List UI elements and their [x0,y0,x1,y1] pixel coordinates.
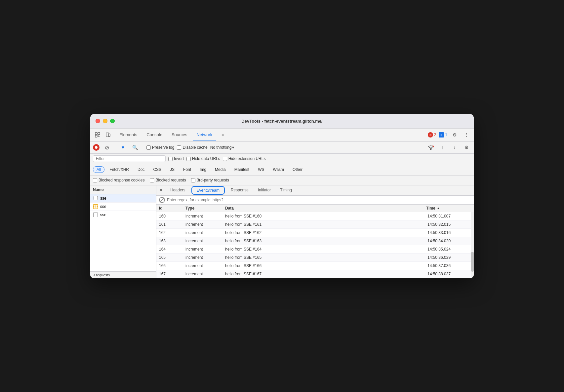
preserve-log-checkbox[interactable] [146,145,151,150]
toolbar-tabs: Elements Console Sources Network » [115,130,428,140]
tab-timing[interactable]: Timing [275,186,297,195]
table-row[interactable]: 163 increment hello from SSE #163 14:50:… [156,237,471,245]
checkbox-icon [93,196,98,201]
cell-time: 14:50:36.029 [425,255,471,260]
type-img[interactable]: Img [196,166,210,173]
third-party-checkbox[interactable] [191,178,195,182]
hide-data-urls-label[interactable]: Hide data URLs [186,156,220,161]
devtools-body: Elements Console Sources Network » ✕ 2 ≡… [90,129,474,278]
hide-data-urls-checkbox[interactable] [186,157,191,161]
clear-button[interactable]: ⊘ [102,143,111,152]
filter-icon[interactable]: ▼ [118,143,128,152]
download-icon[interactable]: ↓ [450,143,459,152]
col-header-type: Type [183,206,222,211]
table-row[interactable]: 160 increment hello from SSE #160 14:50:… [156,212,471,220]
disable-cache-checkbox[interactable] [177,145,181,150]
scrollbar-thumb[interactable] [471,252,474,272]
blocked-cookies-checkbox[interactable] [93,178,97,182]
hide-extension-checkbox[interactable] [223,157,227,161]
sse-name-3: sse [100,213,106,217]
tab-headers[interactable]: Headers [166,186,190,195]
third-party-label[interactable]: 3rd-party requests [191,178,229,182]
hide-extension-label[interactable]: Hide extension URLs [223,156,266,161]
inspector-icon[interactable] [93,130,102,139]
type-media[interactable]: Media [211,166,229,173]
info-badge[interactable]: ≡ 1 [439,132,447,137]
cell-type: increment [183,247,222,252]
throttle-select[interactable]: No throttling ▾ [210,145,234,150]
tab-response[interactable]: Response [226,186,253,195]
maximize-button[interactable] [110,119,115,123]
preserve-log-label[interactable]: Preserve log [146,145,174,150]
tab-network[interactable]: Network [193,130,217,140]
cell-type: increment [183,255,222,260]
more-options-icon[interactable]: ⋮ [462,130,471,139]
table-row[interactable]: 167 increment hello from SSE #167 14:50:… [156,270,471,278]
tab-elements[interactable]: Elements [115,130,141,140]
type-wasm[interactable]: Wasm [269,166,288,173]
record-button[interactable] [93,144,100,151]
close-details-button[interactable]: × [156,185,166,195]
table-row[interactable]: 164 increment hello from SSE #164 14:50:… [156,245,471,254]
tab-console[interactable]: Console [142,130,166,140]
tab-sources[interactable]: Sources [168,130,191,140]
table-row[interactable]: 166 increment hello from SSE #166 14:50:… [156,262,471,270]
error-badge[interactable]: ✕ 2 [428,132,436,137]
network-settings-icon[interactable]: ⚙ [462,143,471,152]
type-ws[interactable]: WS [254,166,268,173]
type-all[interactable]: All [93,166,104,173]
cell-id: 161 [156,222,183,227]
type-filters: All Fetch/XHR Doc CSS JS Font Img Media … [90,164,474,176]
col-header-time[interactable]: Time ▲ [423,206,470,211]
type-doc[interactable]: Doc [134,166,148,173]
cell-type: increment [183,214,222,218]
type-css[interactable]: CSS [149,166,165,173]
list-item[interactable]: sse [90,194,156,203]
chevron-down-icon: ▾ [232,145,234,150]
cell-id: 165 [156,255,183,260]
cell-time: 14:50:35.024 [425,247,471,252]
left-rows: sse </> sse sse [90,194,156,271]
table-row[interactable]: 162 increment hello from SSE #162 14:50:… [156,229,471,237]
cell-id: 163 [156,239,183,243]
separator-1 [115,144,115,151]
tab-initiator[interactable]: Initiator [253,186,275,195]
table-row[interactable]: 161 increment hello from SSE #161 14:50:… [156,220,471,229]
type-font[interactable]: Font [180,166,195,173]
settings-icon[interactable]: ⚙ [450,130,459,139]
cell-data: hello from SSE #163 [222,239,425,243]
scrollbar[interactable] [471,212,474,278]
search-icon[interactable]: 🔍 [130,143,140,152]
window-title: DevTools - fetch-eventstream.glitch.me/ [241,119,322,124]
table-row[interactable]: 165 increment hello from SSE #165 14:50:… [156,254,471,262]
filter-input[interactable] [93,155,166,162]
tab-more[interactable]: » [218,130,228,140]
sse-type-icon: </> [93,204,98,209]
toolbar-icons: ✕ 2 ≡ 1 ⚙ ⋮ [428,130,471,139]
upload-icon[interactable]: ↑ [438,143,447,152]
close-button[interactable] [96,119,100,123]
invert-checkbox[interactable] [168,157,173,161]
blocked-cookies-label[interactable]: Blocked response cookies [93,178,144,182]
svg-rect-1 [98,133,100,135]
blocked-requests-checkbox[interactable] [150,178,154,182]
cell-data: hello from SSE #160 [222,214,425,218]
cell-time: 14:50:38.037 [425,272,471,276]
wifi-icon[interactable] [426,143,435,152]
invert-label[interactable]: Invert [168,156,184,161]
type-js[interactable]: JS [166,166,178,173]
type-fetch-xhr[interactable]: Fetch/XHR [106,166,133,173]
type-other[interactable]: Other [289,166,306,173]
eventstream-filter-input[interactable] [167,198,471,202]
device-toggle-icon[interactable] [103,130,113,139]
type-manifest[interactable]: Manifest [231,166,253,173]
cell-type: increment [183,263,222,268]
tab-eventstream[interactable]: EventStream [191,186,225,195]
col-header-data: Data [222,206,423,211]
sse-checkbox-1[interactable] [94,196,98,200]
blocked-requests-label[interactable]: Blocked requests [150,178,186,182]
list-item[interactable]: sse [90,211,156,219]
disable-cache-label[interactable]: Disable cache [177,145,207,150]
list-item[interactable]: </> sse [90,203,156,211]
minimize-button[interactable] [103,119,107,123]
